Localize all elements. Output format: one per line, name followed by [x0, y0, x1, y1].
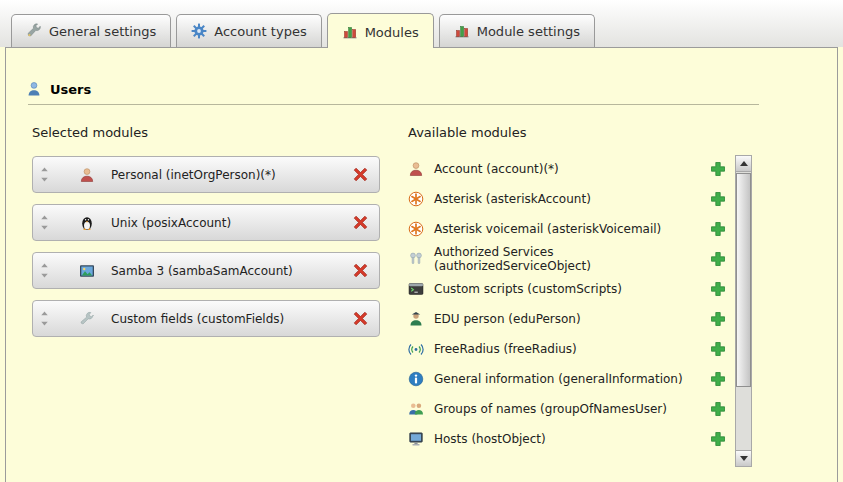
available-modules-list: Account (account)(*) Asterisk (asteriskA…: [408, 154, 726, 454]
penguin-icon: [79, 215, 95, 231]
drag-handle-icon[interactable]: [40, 215, 49, 230]
available-module-label: Groups of names (groupOfNamesUser): [434, 402, 667, 416]
available-module-row: Custom scripts (customScripts): [408, 274, 726, 304]
add-icon[interactable]: [710, 341, 726, 357]
available-modules-column: Available modules Account (account)(*) A…: [408, 125, 752, 454]
tab-label: Account types: [214, 24, 306, 39]
section-header: Users: [26, 81, 837, 97]
scrollbar-thumb[interactable]: [736, 173, 751, 387]
available-module-row: Authorized Services (authorizedServiceOb…: [408, 244, 726, 274]
gear-icon: [191, 23, 207, 39]
drag-handle-icon[interactable]: [40, 263, 49, 278]
available-module-row: EDU person (eduPerson): [408, 304, 726, 334]
asterisk-icon: [408, 221, 424, 237]
drag-handle-icon[interactable]: [40, 311, 49, 326]
available-module-label: Asterisk (asteriskAccount): [434, 192, 591, 206]
user-icon: [26, 81, 42, 97]
available-modules-heading: Available modules: [408, 125, 726, 140]
tab-general-settings[interactable]: General settings: [11, 14, 171, 47]
delete-icon[interactable]: [352, 214, 369, 231]
available-module-row: Groups of names (groupOfNamesUser): [408, 394, 726, 424]
module-columns: Selected modules Personal (inetOrgPerson…: [32, 125, 837, 454]
tab-modules[interactable]: Modules: [327, 13, 434, 48]
available-module-row: General information (generalInformation): [408, 364, 726, 394]
add-icon[interactable]: [710, 191, 726, 207]
tab-module-settings[interactable]: Module settings: [439, 14, 595, 47]
delete-icon[interactable]: [352, 262, 369, 279]
selected-modules-heading: Selected modules: [32, 125, 380, 140]
host-icon: [408, 431, 424, 447]
selected-modules-list: Personal (inetOrgPerson)(*) Unix (posixA…: [32, 156, 380, 337]
selected-module-row[interactable]: Samba 3 (sambaSamAccount): [32, 252, 380, 289]
selected-module-row[interactable]: Personal (inetOrgPerson)(*): [32, 156, 380, 193]
person-icon: [408, 161, 424, 177]
section-title: Users: [50, 82, 91, 97]
available-module-label: Hosts (hostObject): [434, 432, 546, 446]
tab-account-types[interactable]: Account types: [176, 14, 321, 47]
available-module-label: General information (generalInformation): [434, 372, 683, 386]
available-module-row: Hosts (hostObject): [408, 424, 726, 454]
modules-panel: Users Selected modules Personal (inetOrg…: [5, 47, 838, 482]
tab-label: Module settings: [477, 24, 580, 39]
services-icon: [408, 251, 424, 267]
chart-icon: [454, 23, 470, 39]
selected-module-label: Personal (inetOrgPerson)(*): [111, 168, 276, 182]
add-icon[interactable]: [710, 371, 726, 387]
available-module-label: Asterisk voicemail (asteriskVoicemail): [434, 222, 661, 236]
picture-icon: [79, 263, 95, 279]
available-module-row: Asterisk (asteriskAccount): [408, 184, 726, 214]
available-module-label: Authorized Services (authorizedServiceOb…: [434, 245, 689, 274]
delete-icon[interactable]: [352, 310, 369, 327]
available-module-label: Custom scripts (customScripts): [434, 282, 622, 296]
selected-module-label: Unix (posixAccount): [111, 216, 231, 230]
scroll-up-icon[interactable]: [736, 156, 751, 172]
delete-icon[interactable]: [352, 166, 369, 183]
info-icon: [408, 371, 424, 387]
radius-icon: [408, 341, 424, 357]
add-icon[interactable]: [710, 401, 726, 417]
tab-bar: General settings Account types Modules M…: [0, 0, 843, 47]
section-divider: [28, 104, 759, 105]
available-modules-scrollbar[interactable]: [735, 155, 752, 467]
tools-icon: [79, 311, 95, 327]
wrench-icon: [26, 23, 42, 39]
edu-person-icon: [408, 311, 424, 327]
available-module-label: Account (account)(*): [434, 162, 559, 176]
add-icon[interactable]: [710, 221, 726, 237]
person-icon: [79, 167, 95, 183]
asterisk-icon: [408, 191, 424, 207]
add-icon[interactable]: [710, 161, 726, 177]
add-icon[interactable]: [710, 431, 726, 447]
tab-label: Modules: [365, 25, 419, 40]
scroll-down-icon[interactable]: [736, 450, 751, 466]
available-module-row: Account (account)(*): [408, 154, 726, 184]
terminal-icon: [408, 281, 424, 297]
add-icon[interactable]: [710, 281, 726, 297]
group-icon: [408, 401, 424, 417]
selected-module-label: Custom fields (customFields): [111, 312, 284, 326]
available-module-row: FreeRadius (freeRadius): [408, 334, 726, 364]
available-module-label: FreeRadius (freeRadius): [434, 342, 577, 356]
available-module-label: EDU person (eduPerson): [434, 312, 581, 326]
selected-module-label: Samba 3 (sambaSamAccount): [111, 264, 293, 278]
selected-module-row[interactable]: Unix (posixAccount): [32, 204, 380, 241]
add-icon[interactable]: [710, 311, 726, 327]
add-icon[interactable]: [710, 251, 726, 267]
tab-label: General settings: [49, 24, 156, 39]
available-module-row: Asterisk voicemail (asteriskVoicemail): [408, 214, 726, 244]
chart-icon: [342, 24, 358, 40]
selected-module-row[interactable]: Custom fields (customFields): [32, 300, 380, 337]
drag-handle-icon[interactable]: [40, 167, 49, 182]
selected-modules-column: Selected modules Personal (inetOrgPerson…: [32, 125, 380, 454]
